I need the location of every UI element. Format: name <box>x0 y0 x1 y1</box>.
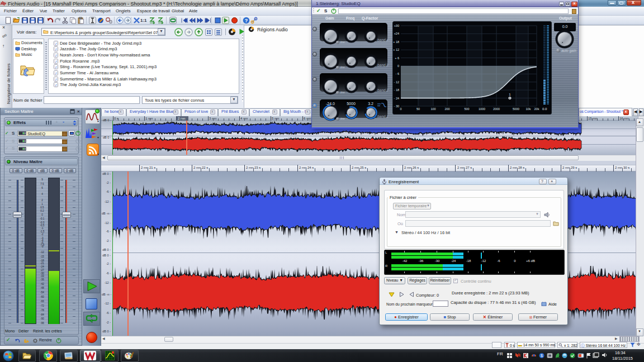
svg-text:$: $ <box>541 354 543 358</box>
svg-text:♪: ♪ <box>55 47 57 51</box>
svg-text:♪: ♪ <box>55 77 57 81</box>
svg-text:♪: ♪ <box>55 65 57 69</box>
svg-text:♪: ♪ <box>55 83 57 87</box>
svg-text:♪: ♪ <box>55 41 57 45</box>
svg-text:♪: ♪ <box>55 59 57 63</box>
svg-text:♪: ♪ <box>55 53 57 57</box>
svg-text:♪: ♪ <box>55 71 57 75</box>
svg-text:?: ? <box>245 18 248 23</box>
